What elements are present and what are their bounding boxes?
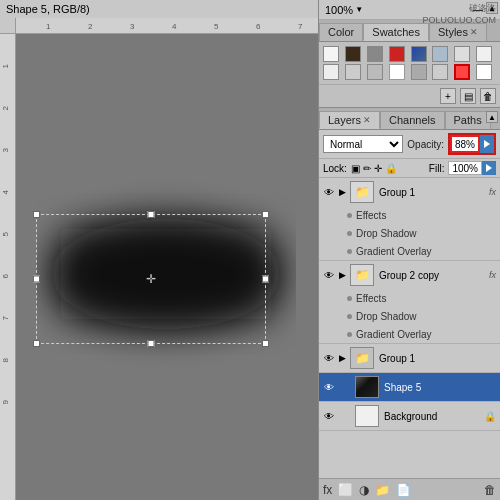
handle-br[interactable] [262, 340, 269, 347]
tab-swatches-label: Swatches [372, 26, 420, 38]
layer-group-shape5: 👁 Shape 5 [319, 373, 500, 402]
drop-shadow-group1: Drop Shadow [319, 224, 500, 242]
swatch[interactable] [323, 64, 339, 80]
lock-icon-background: 🔒 [484, 411, 498, 422]
layer-row-shape5[interactable]: 👁 Shape 5 [319, 373, 500, 401]
lock-label: Lock: [323, 163, 347, 174]
fx-badge-group2copy: fx [489, 270, 498, 280]
lock-move-icon[interactable]: ✛ [374, 163, 382, 174]
tab-channels[interactable]: Channels [380, 111, 444, 129]
gradient-overlay-text-group2copy: Gradient Overlay [356, 329, 432, 340]
swatches-grid [319, 42, 500, 84]
layers-collapse-btn[interactable]: ▲ [486, 111, 498, 123]
tab-swatches[interactable]: Swatches [363, 23, 429, 41]
handle-tl[interactable] [33, 211, 40, 218]
zoom-dropdown-icon[interactable]: ▼ [355, 5, 363, 14]
zoom-control[interactable]: 100% ▼ [325, 4, 363, 16]
ruler-corner [0, 18, 16, 34]
swatch[interactable] [367, 46, 383, 62]
swatch[interactable] [389, 46, 405, 62]
swatch[interactable] [345, 46, 361, 62]
layer-visibility-background[interactable]: 👁 [321, 408, 337, 424]
layer-visibility-shape5[interactable]: 👁 [321, 379, 337, 395]
blend-mode-select[interactable]: Normal Multiply Screen Overlay [323, 135, 403, 153]
layers-controls: Normal Multiply Screen Overlay Opacity: … [319, 130, 500, 159]
tab-styles-close[interactable]: ✕ [470, 27, 478, 37]
swatch[interactable] [411, 64, 427, 80]
layer-row-group1b[interactable]: 👁 ▶ 📁 Group 1 [319, 344, 500, 372]
handle-ml[interactable] [33, 276, 40, 283]
right-panel: 100% ▼ — ✕ Color Swatches Styles ✕ ▲ [318, 0, 500, 500]
layer-name-group1b: Group 1 [376, 353, 498, 364]
lock-paint-icon[interactable]: ✏ [363, 163, 371, 174]
swatch[interactable] [367, 64, 383, 80]
layer-expand-group1b[interactable]: ▶ [339, 353, 346, 363]
layer-visibility-group2copy[interactable]: 👁 [321, 267, 337, 283]
handle-bc[interactable] [148, 340, 155, 347]
lock-transparent-icon[interactable]: ▣ [351, 163, 360, 174]
tab-layers[interactable]: Layers ✕ [319, 111, 380, 129]
lock-all-icon[interactable]: 🔒 [385, 163, 397, 174]
effects-bullet [347, 213, 352, 218]
opacity-value[interactable]: 88% [450, 135, 480, 153]
tab-styles-label: Styles [438, 26, 468, 38]
swatches-folder-icon[interactable]: ▤ [460, 88, 476, 104]
opacity-arrow[interactable] [480, 135, 494, 153]
folder-icon-3: 📁 [355, 351, 370, 365]
handle-tc[interactable] [148, 211, 155, 218]
layer-expand-group2copy[interactable]: ▶ [339, 270, 346, 280]
canvas-content: ✛ [16, 34, 318, 500]
layers-panel: Layers ✕ Channels Paths ▲ Normal Multipl… [319, 108, 500, 500]
title-bar: Shape 5, RGB/8) [0, 0, 318, 18]
swatch[interactable] [411, 46, 427, 62]
layer-row-group2copy[interactable]: 👁 ▶ 📁 Group 2 copy fx [319, 261, 500, 289]
layer-row-background[interactable]: 👁 Background 🔒 [319, 402, 500, 430]
swatch[interactable] [476, 64, 492, 80]
swatch[interactable] [389, 64, 405, 80]
watermark-text: 破洛洛POLUOLUO.COM [422, 2, 496, 25]
bottom-adjustment-icon[interactable]: ◑ [359, 483, 369, 497]
tab-color[interactable]: Color [319, 23, 363, 41]
handle-mr[interactable] [262, 276, 269, 283]
swatch[interactable] [432, 64, 448, 80]
title-text: Shape 5, RGB/8) [6, 3, 90, 15]
swatch[interactable] [476, 46, 492, 62]
tab-paths[interactable]: Paths [445, 111, 491, 129]
handle-bl[interactable] [33, 340, 40, 347]
swatches-delete-icon[interactable]: 🗑 [480, 88, 496, 104]
bottom-new-layer-icon[interactable]: 📄 [396, 483, 411, 497]
swatch[interactable] [432, 46, 448, 62]
layer-thumb-shape5 [355, 376, 379, 398]
bottom-mask-icon[interactable]: ⬜ [338, 483, 353, 497]
bottom-delete-icon[interactable]: 🗑 [484, 483, 496, 497]
swatch[interactable] [345, 64, 361, 80]
layer-group-1: 👁 ▶ 📁 Group 1 fx Effects Drop Shadow [319, 178, 500, 261]
tab-styles[interactable]: Styles ✕ [429, 23, 487, 41]
bottom-group-icon[interactable]: 📁 [375, 483, 390, 497]
drop-shadow-bullet-2 [347, 314, 352, 319]
swatches-panel: Color Swatches Styles ✕ ▲ [319, 20, 500, 108]
bottom-fx-icon[interactable]: fx [323, 483, 332, 497]
ruler-horizontal: 1 2 3 4 5 6 7 [0, 18, 318, 34]
gradient-overlay-group1: Gradient Overlay [319, 242, 500, 260]
drop-shadow-text-group1: Drop Shadow [356, 228, 417, 239]
folder-icon-2: 📁 [355, 268, 370, 282]
swatch[interactable] [323, 46, 339, 62]
fill-arrow[interactable] [482, 161, 496, 175]
layer-expand-group1[interactable]: ▶ [339, 187, 346, 197]
layer-row-group1[interactable]: 👁 ▶ 📁 Group 1 fx [319, 178, 500, 206]
swatches-add-icon[interactable]: + [440, 88, 456, 104]
drop-shadow-text-group2copy: Drop Shadow [356, 311, 417, 322]
folder-icon: 📁 [355, 185, 370, 199]
layer-visibility-group1b[interactable]: 👁 [321, 350, 337, 366]
layer-visibility-group1[interactable]: 👁 [321, 184, 337, 200]
tab-layers-label: Layers [328, 114, 361, 126]
handle-tr[interactable] [262, 211, 269, 218]
tab-layers-close[interactable]: ✕ [363, 115, 371, 125]
layer-group-background: 👁 Background 🔒 [319, 402, 500, 431]
effects-bullet-2 [347, 296, 352, 301]
swatch[interactable] [454, 64, 470, 80]
swatch[interactable] [454, 46, 470, 62]
layer-thumb-background [355, 405, 379, 427]
lock-row: Lock: ▣ ✏ ✛ 🔒 Fill: 100% [319, 159, 500, 178]
